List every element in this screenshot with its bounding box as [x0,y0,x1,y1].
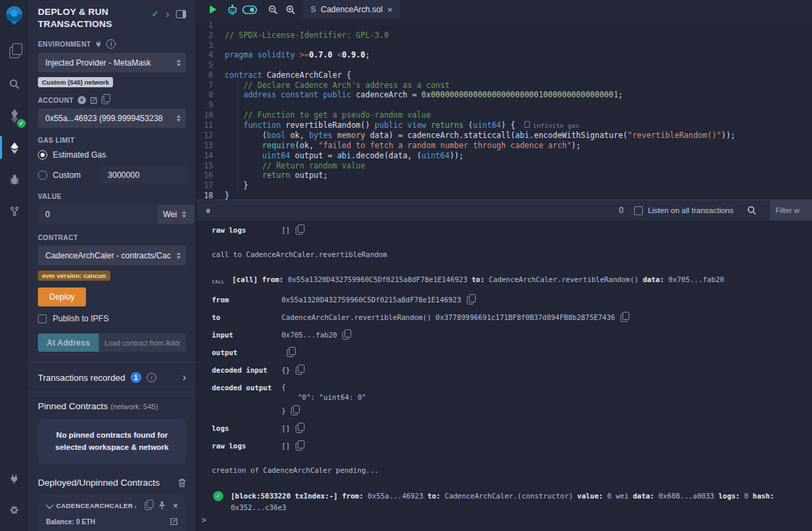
terminal-row[interactable]: decoded output{"0": "uint64: 0"} [212,382,812,417]
environment-value: Injected Provider - MetaMask [45,58,174,68]
caret-updown-icon [177,60,181,66]
copy-icon[interactable] [296,425,302,433]
at-address-button[interactable]: At Address [38,333,99,352]
chevron-right-icon[interactable]: › [166,9,169,19]
line-number: 4 [197,50,213,60]
close-tab-icon[interactable]: × [387,5,392,14]
publish-ipfs-label: Publish to IPFS [53,314,109,323]
debugger-icon[interactable] [0,166,28,193]
solidity-compiler-icon[interactable]: ✓ [0,102,28,129]
at-address-input[interactable] [99,333,186,352]
plugin-manager-icon[interactable] [0,465,28,492]
toggle-switch-icon[interactable] [242,2,257,17]
code-editor[interactable]: 12// SPDX-License-Identifier: GPL-3.034p… [197,19,812,201]
code-line: 17 } [197,181,812,191]
file-explorer-icon[interactable] [0,39,28,66]
transactions-count-badge: 1 [131,372,141,383]
run-script-icon[interactable] [206,2,221,17]
line-number: 5 [197,60,213,70]
account-select[interactable]: 0x55a...46923 (999.9999453238 [38,108,186,128]
settings-gear-icon[interactable] [0,497,28,524]
line-number: 15 [197,161,213,171]
account-value: 0x55a...46923 (999.9999453238 [45,114,174,123]
copy-icon[interactable] [287,349,294,357]
copy-icon[interactable] [467,296,474,304]
line-number: 3 [197,41,213,51]
deploy-run-icon[interactable] [0,134,28,161]
success-check-icon: ✓ [213,491,223,501]
custom-gas-radio[interactable] [38,170,47,180]
pin-icon[interactable] [158,501,166,510]
info-icon[interactable]: i [147,373,156,382]
terminal-row[interactable]: creation of CadenceArchCaler pending... [212,465,812,476]
environment-select[interactable]: Injected Provider - MetaMask [38,53,186,72]
filter-transactions-input[interactable] [770,200,812,221]
deploy-button[interactable]: Deploy [38,287,86,306]
copy-account-icon[interactable] [102,96,108,104]
contract-label: CONTRACT [38,234,78,241]
trash-icon[interactable] [178,478,186,488]
line-number: 13 [197,141,213,151]
contract-value: CadenceArchCaler - contracts/Cac [45,251,174,260]
git-icon[interactable] [0,198,28,225]
ai-assistant-icon[interactable] [225,2,240,17]
copy-icon[interactable] [291,407,298,415]
copy-address-icon[interactable] [145,502,152,510]
copy-icon[interactable] [296,367,302,375]
value-input[interactable] [38,204,158,224]
collapse-terminal-icon[interactable]: « [202,206,212,215]
terminal-row[interactable]: input0x705...fab20 [212,329,812,341]
network-badge: Custom (545) network [38,77,113,87]
terminal-row[interactable]: ✓[block:5033220 txIndex:-] from: 0x55a..… [212,490,812,513]
remix-logo-icon[interactable] [3,4,26,27]
terminal-row[interactable]: toCadenceArchCaler.revertibleRandom() 0x… [212,312,812,323]
zoom-out-icon[interactable] [265,2,280,17]
account-label-row: ACCOUNT + [38,96,186,104]
edit-account-icon[interactable] [90,97,97,104]
deployed-contract-name: CADENCEARCHCALER AT 0X [56,502,136,509]
add-account-icon[interactable]: + [78,96,86,104]
copy-icon[interactable] [296,227,302,235]
plug-icon[interactable] [95,41,102,48]
terminal-row-label: decoded output [212,382,281,417]
terminal-row[interactable]: raw logs[] [212,440,812,452]
terminal-row[interactable]: decoded input{} [212,365,812,376]
terminal-row[interactable]: output [212,347,812,359]
terminal-row[interactable]: logs[] [212,423,812,434]
copy-icon[interactable] [296,442,302,451]
pin-panel-icon[interactable] [176,10,186,18]
account-label: ACCOUNT [38,97,74,104]
chevron-right-icon[interactable]: › [183,371,186,384]
search-transactions-icon[interactable] [744,203,759,218]
terminal-row-label: decoded input [212,365,281,376]
info-icon[interactable]: i [106,39,116,49]
listen-count: 0 [619,206,624,215]
listen-all-checkbox[interactable] [634,206,643,215]
terminal-row-label: output [212,347,281,359]
close-icon[interactable]: × [173,501,178,510]
terminal-row[interactable]: raw logs[] [212,225,812,236]
estimated-gas-radio[interactable] [38,150,47,160]
edit-balance-icon[interactable] [170,517,178,526]
terminal-row[interactable]: CALL[call] from: 0x55a1320D432759960C5Df… [212,274,812,288]
estimated-gas-label: Estimated Gas [53,150,106,160]
code-line: 4pragma solidity >=0.7.0 <0.9.0; [197,50,812,60]
copy-icon[interactable] [342,331,349,340]
line-number: 17 [197,181,213,191]
code-line: 15 // Return random value [197,161,812,171]
contract-select[interactable]: CadenceArchCaler - contracts/Cac [38,246,186,265]
publish-ipfs-checkbox[interactable] [38,315,47,323]
chevron-down-icon[interactable] [46,501,53,508]
tab-cadencearch-sol[interactable]: S CadenceArch.sol × [303,0,400,19]
terminal-body: raw logs[]call to CadenceArchCaler.rever… [197,221,812,513]
caret-updown-icon [177,115,181,122]
terminal-row[interactable]: from0x55a1320D432759960C5Df0215a8dF78e1E… [212,294,812,306]
zoom-in-icon[interactable] [283,2,298,17]
terminal-prompt[interactable]: > [202,515,206,525]
copy-icon[interactable] [621,314,627,322]
terminal-row[interactable]: call to CadenceArchCaler.revertibleRando… [212,249,812,260]
caret-updown-icon [182,211,187,218]
custom-gas-input[interactable] [101,166,187,184]
value-unit-select[interactable]: Wei [158,204,194,224]
search-icon[interactable] [0,70,28,97]
